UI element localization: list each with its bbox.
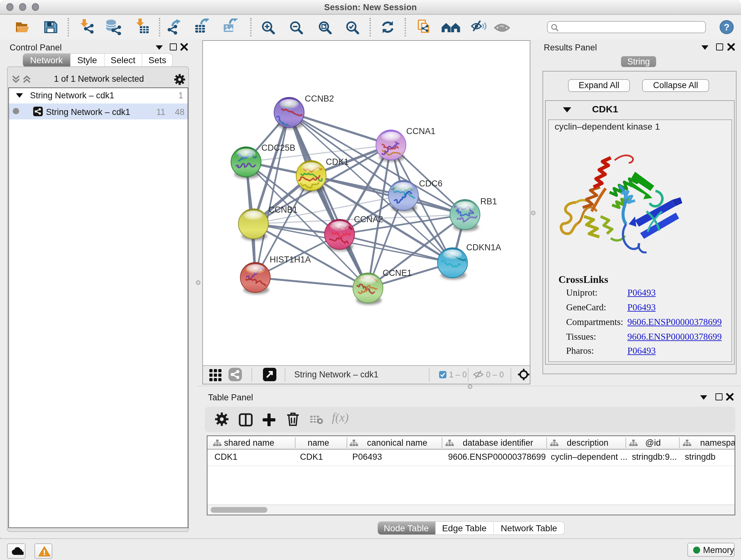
svg-text:CDC6: CDC6	[419, 179, 442, 188]
svg-text:RB1: RB1	[480, 197, 497, 206]
svg-text:CCNA2: CCNA2	[354, 214, 383, 224]
svg-text:CDC25B: CDC25B	[261, 143, 295, 152]
svg-text:CDKN1A: CDKN1A	[466, 243, 501, 252]
svg-text:CCNE1: CCNE1	[382, 268, 412, 278]
svg-text:?: ?	[724, 21, 729, 32]
svg-text:CCNA1: CCNA1	[406, 126, 435, 136]
svg-text:CCNB2: CCNB2	[305, 94, 334, 104]
svg-text:HIST1H1A: HIST1H1A	[269, 255, 311, 264]
svg-text:CDK1: CDK1	[326, 157, 348, 167]
svg-text:CCNB1: CCNB1	[268, 205, 297, 214]
